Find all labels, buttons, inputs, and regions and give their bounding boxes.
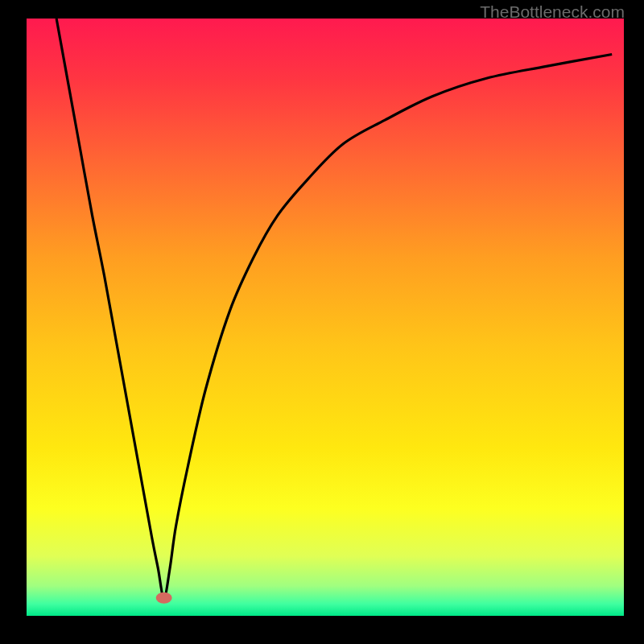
chart-container: TheBottleneck.com bbox=[0, 0, 644, 644]
bottleneck-curve bbox=[56, 19, 612, 598]
watermark-text: TheBottleneck.com bbox=[480, 2, 625, 22]
minimum-marker bbox=[156, 592, 172, 604]
plot-area bbox=[27, 19, 624, 616]
curve-layer bbox=[27, 19, 624, 616]
